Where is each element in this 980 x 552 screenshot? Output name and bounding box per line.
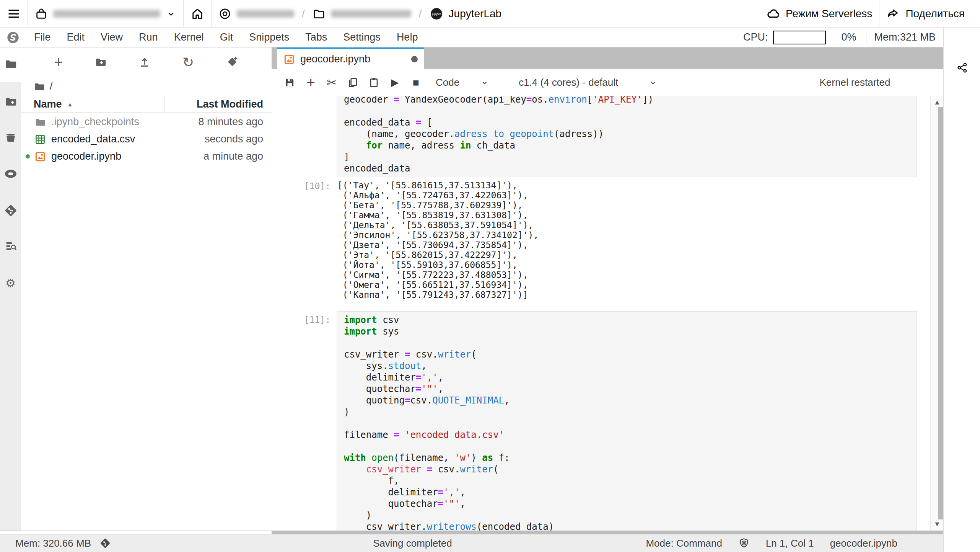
bucket-icon bbox=[4, 131, 17, 144]
saving-status: Saving completed bbox=[373, 537, 452, 549]
paste-icon bbox=[368, 77, 379, 88]
git-clone-button[interactable] bbox=[226, 56, 239, 69]
unsaved-changes-dot[interactable] bbox=[411, 56, 418, 62]
file-row-ipynb-checkpoints[interactable]: .ipynb_checkpoints 8 minutes ago bbox=[21, 113, 272, 131]
chevron-down-icon bbox=[649, 78, 657, 87]
hamburger-menu-button[interactable] bbox=[0, 0, 28, 27]
scroll-up-arrow[interactable]: ▲ bbox=[931, 98, 944, 106]
menu-snippets[interactable]: Snippets bbox=[241, 28, 297, 47]
datasphere-logo-icon bbox=[7, 31, 19, 44]
file-browser-panel: + ↻ / bbox=[21, 47, 272, 534]
home-icon bbox=[190, 7, 204, 21]
sidebar-tab-settings[interactable]: ⚙ bbox=[0, 276, 21, 290]
cloud-icon bbox=[767, 7, 780, 21]
menu-run[interactable]: Run bbox=[131, 28, 166, 47]
folder-plus-icon bbox=[4, 95, 17, 108]
cell-type-select[interactable]: Code bbox=[427, 77, 498, 88]
file-modified: a minute ago bbox=[203, 150, 272, 162]
menu-file[interactable]: File bbox=[26, 28, 59, 47]
dock-tab-bar: geocoder.ipynb bbox=[272, 47, 943, 69]
copy-icon bbox=[347, 77, 358, 88]
mode-indicator[interactable]: Mode: Command bbox=[646, 537, 722, 549]
code-cell[interactable]: [11]:import csvimport sys csv_writer = c… bbox=[272, 311, 930, 531]
notebook-cells[interactable]: geocoder = YandexGeocoder(api_key=os.env… bbox=[272, 96, 930, 531]
git-status-icon[interactable] bbox=[99, 537, 111, 549]
running-sessions-icon bbox=[4, 167, 18, 181]
dock-bottom-edge bbox=[272, 531, 943, 534]
code-cell[interactable]: geocoder = YandexGeocoder(api_key=os.env… bbox=[272, 96, 930, 177]
sidebar-tab-storage[interactable] bbox=[0, 131, 21, 144]
menu-git[interactable]: Git bbox=[212, 28, 241, 47]
catalog-selector[interactable] bbox=[28, 0, 183, 27]
sidebar-tab-running-kernels[interactable] bbox=[0, 167, 21, 181]
column-name[interactable]: Name ▲ bbox=[21, 98, 147, 110]
menu-help[interactable]: Help bbox=[389, 28, 426, 47]
menu-kernel[interactable]: Kernel bbox=[166, 28, 212, 47]
datasphere-logo bbox=[0, 31, 26, 44]
cell-editor[interactable]: geocoder = YandexGeocoder(api_key=os.env… bbox=[337, 96, 917, 177]
home-button[interactable] bbox=[184, 0, 211, 27]
new-folder-button[interactable] bbox=[94, 56, 107, 68]
copy-cells-button[interactable] bbox=[342, 77, 363, 88]
gears-icon: ⚙ bbox=[5, 276, 16, 290]
serverless-mode-label: Режим Serverless bbox=[786, 8, 872, 20]
git-clone-icon bbox=[226, 56, 239, 69]
cpu-input[interactable] bbox=[773, 31, 826, 44]
new-launcher-button[interactable]: + bbox=[54, 54, 63, 71]
menu-edit[interactable]: Edit bbox=[59, 28, 93, 47]
breadcrumb-separator: / bbox=[417, 8, 424, 20]
scroll-down-arrow[interactable]: ▼ bbox=[931, 520, 944, 528]
interrupt-kernel-button[interactable]: ■ bbox=[405, 77, 427, 89]
trust-shield-icon[interactable] bbox=[738, 537, 750, 549]
root-folder-icon bbox=[34, 81, 45, 92]
sidebar-tab-new-dataset[interactable] bbox=[0, 95, 21, 108]
cell-prompt: [11]: bbox=[272, 311, 337, 325]
share-label: Поделиться bbox=[905, 8, 965, 20]
document-search-icon bbox=[4, 240, 17, 253]
share-nodes-icon bbox=[957, 62, 968, 73]
cut-cells-button[interactable]: ✂ bbox=[321, 75, 342, 90]
column-last-modified[interactable]: Last Modified bbox=[165, 98, 272, 110]
menu-view[interactable]: View bbox=[93, 28, 131, 47]
file-modified: 8 minutes ago bbox=[198, 116, 272, 128]
file-name: encoded_data.csv bbox=[51, 133, 135, 145]
scrollbar-thumb[interactable] bbox=[938, 107, 943, 519]
run-cell-button[interactable]: ▶ bbox=[384, 77, 405, 88]
cursor-position[interactable]: Ln 1, Col 1 bbox=[766, 537, 814, 549]
cell-editor[interactable]: import csvimport sys csv_writer = csv.wr… bbox=[337, 311, 917, 531]
notebook-file-icon bbox=[34, 151, 47, 162]
share-button[interactable]: Поделиться bbox=[879, 0, 980, 27]
organization-icon bbox=[218, 7, 231, 20]
sidebar-tab-git[interactable] bbox=[0, 204, 21, 217]
breadcrumb-separator: / bbox=[300, 8, 307, 20]
hamburger-icon bbox=[7, 7, 21, 21]
save-icon bbox=[284, 77, 295, 88]
save-button[interactable] bbox=[279, 77, 300, 88]
upload-button[interactable] bbox=[138, 56, 151, 68]
share-arrow-icon bbox=[886, 7, 900, 21]
menu-tabs[interactable]: Tabs bbox=[297, 28, 335, 47]
add-cell-button[interactable]: + bbox=[300, 74, 321, 91]
sidebar-tab-inspector[interactable] bbox=[0, 240, 21, 253]
tab-geocoder-ipynb[interactable]: geocoder.ipynb bbox=[277, 47, 424, 69]
file-browser-breadcrumb[interactable]: / bbox=[34, 80, 53, 92]
sort-ascending-icon: ▲ bbox=[67, 101, 73, 108]
sidebar-tab-files[interactable] bbox=[0, 57, 21, 70]
left-activity-bar: ⚙ bbox=[0, 47, 21, 534]
paste-cells-button[interactable] bbox=[363, 77, 384, 88]
file-row-geocoder-ipynb[interactable]: geocoder.ipynb a minute ago bbox=[21, 148, 272, 165]
output-cell[interactable]: [10]:[('Тау', '[55.861615,37.513134]'), … bbox=[272, 180, 930, 300]
file-row-encoded-data-csv[interactable]: encoded_data.csv seconds ago bbox=[21, 131, 272, 148]
refresh-button[interactable]: ↻ bbox=[182, 54, 194, 70]
menu-settings[interactable]: Settings bbox=[335, 28, 389, 47]
connections-button[interactable] bbox=[957, 62, 968, 73]
kernel-select[interactable]: c1.4 (4 cores) - default bbox=[510, 77, 666, 88]
cell-type-value: Code bbox=[436, 77, 459, 88]
new-folder-icon bbox=[94, 56, 107, 68]
upload-icon bbox=[138, 56, 151, 68]
serverless-mode-button[interactable]: Режим Serverless bbox=[760, 0, 879, 27]
memory-usage: Mem: 320.66 MB bbox=[15, 537, 91, 549]
notebook-scrollbar[interactable]: ▲ ▼ bbox=[930, 96, 943, 531]
path-label: / bbox=[50, 80, 53, 92]
refresh-icon: ↻ bbox=[182, 54, 194, 70]
